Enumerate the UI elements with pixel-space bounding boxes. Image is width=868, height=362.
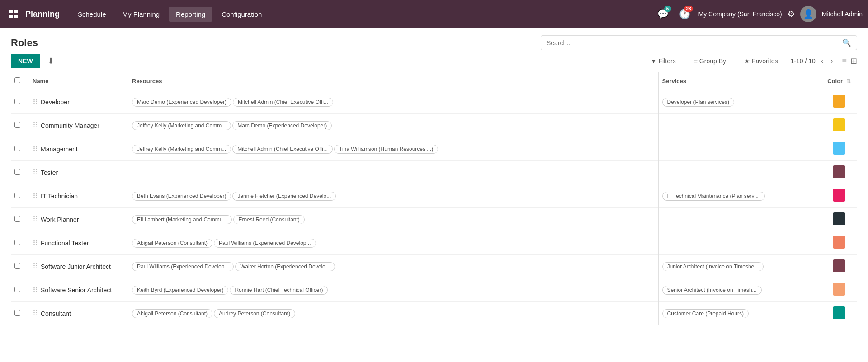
- row-checkbox[interactable]: [14, 240, 20, 245]
- col-header-resources[interactable]: Resources: [128, 72, 658, 90]
- drag-handle[interactable]: ⠿: [33, 263, 38, 270]
- menu-reporting[interactable]: Reporting: [169, 7, 212, 22]
- select-all-checkbox[interactable]: [14, 77, 20, 83]
- list-view-icon[interactable]: ≡: [842, 56, 847, 66]
- row-color-cell[interactable]: [821, 161, 857, 184]
- favorites-button[interactable]: ★ Favorites: [739, 55, 783, 67]
- menu-configuration[interactable]: Configuration: [214, 7, 269, 22]
- activity-icon-btn[interactable]: 🕐 28: [677, 6, 693, 22]
- menu-my-planning[interactable]: My Planning: [115, 7, 167, 22]
- resource-tag[interactable]: Audrey Peterson (Consultant): [214, 309, 295, 318]
- search-input[interactable]: [547, 39, 842, 47]
- row-color-cell[interactable]: [821, 255, 857, 278]
- new-button[interactable]: NEW: [11, 54, 40, 68]
- color-swatch[interactable]: [833, 212, 845, 225]
- resource-tag[interactable]: Eli Lambert (Marketing and Commu...: [132, 215, 232, 224]
- resource-tag[interactable]: Beth Evans (Experienced Developer): [132, 192, 231, 201]
- color-swatch[interactable]: [833, 165, 845, 178]
- col-header-name[interactable]: Name: [29, 72, 128, 90]
- row-checkbox[interactable]: [14, 193, 20, 198]
- row-color-cell[interactable]: [821, 278, 857, 302]
- row-checkbox[interactable]: [14, 310, 20, 316]
- star-icon: ★: [744, 57, 750, 65]
- row-color-cell[interactable]: [821, 208, 857, 231]
- favorites-label: Favorites: [752, 57, 778, 65]
- filters-button[interactable]: ▼ Filters: [645, 55, 681, 67]
- row-checkbox[interactable]: [14, 287, 20, 292]
- color-swatch[interactable]: [833, 283, 845, 296]
- company-name[interactable]: My Company (San Francisco): [698, 10, 782, 18]
- resource-tag[interactable]: Jeffrey Kelly (Marketing and Comm...: [132, 121, 231, 130]
- service-tag[interactable]: IT Technical Maintenance (Plan servi...: [662, 192, 765, 201]
- resource-tag[interactable]: Paul Williams (Experienced Develop...: [132, 262, 234, 271]
- resource-tag[interactable]: Marc Demo (Experienced Developer): [232, 121, 332, 130]
- row-checkbox[interactable]: [14, 169, 20, 175]
- kanban-view-icon[interactable]: ⊞: [850, 56, 857, 66]
- settings-icon[interactable]: ⚙: [788, 9, 795, 19]
- resource-tag[interactable]: Jennie Fletcher (Experienced Develo...: [232, 192, 336, 201]
- import-button[interactable]: ⬇: [44, 54, 58, 68]
- resource-tag[interactable]: Ernest Reed (Consultant): [233, 215, 304, 224]
- row-checkbox-cell: [11, 114, 29, 137]
- row-color-cell[interactable]: [821, 137, 857, 161]
- row-checkbox[interactable]: [14, 146, 20, 151]
- row-color-cell[interactable]: [821, 184, 857, 208]
- row-checkbox[interactable]: [14, 263, 20, 269]
- role-name: Work Planner: [41, 216, 79, 223]
- resource-tag[interactable]: Walter Horton (Experienced Develo...: [235, 262, 335, 271]
- resource-tag[interactable]: Abigail Peterson (Consultant): [132, 309, 212, 318]
- menu-schedule[interactable]: Schedule: [71, 7, 113, 22]
- drag-handle[interactable]: ⠿: [33, 239, 38, 247]
- row-checkbox[interactable]: [14, 122, 20, 128]
- next-page-button[interactable]: ›: [829, 56, 835, 66]
- role-name: Software Senior Architect: [41, 287, 112, 294]
- row-color-cell[interactable]: [821, 302, 857, 325]
- user-name[interactable]: Mitchell Admin: [822, 10, 863, 18]
- resource-tag[interactable]: Keith Byrd (Experienced Developer): [132, 286, 228, 295]
- resource-tag[interactable]: Ronnie Hart (Chief Technical Officer): [230, 286, 328, 295]
- color-swatch[interactable]: [833, 118, 845, 131]
- drag-handle[interactable]: ⠿: [33, 310, 38, 317]
- service-tag[interactable]: Junior Architect (Invoice on Timeshe...: [662, 262, 764, 271]
- drag-handle[interactable]: ⠿: [33, 192, 38, 200]
- discuss-icon-btn[interactable]: 💬 5: [655, 6, 671, 22]
- search-icon[interactable]: 🔍: [842, 38, 851, 47]
- drag-handle[interactable]: ⠿: [33, 98, 38, 106]
- drag-handle[interactable]: ⠿: [33, 286, 38, 294]
- color-swatch[interactable]: [833, 259, 845, 272]
- row-color-cell[interactable]: [821, 114, 857, 137]
- grid-menu-icon[interactable]: [5, 6, 22, 22]
- drag-handle[interactable]: ⠿: [33, 122, 38, 129]
- resource-tag[interactable]: Abigail Peterson (Consultant): [132, 239, 212, 248]
- resource-tag[interactable]: Mitchell Admin (Chief Executive Offi...: [233, 98, 333, 107]
- service-tag[interactable]: Developer (Plan services): [662, 98, 734, 107]
- row-name-cell: ⠿Work Planner: [29, 208, 128, 231]
- groupby-button[interactable]: ≡ Group By: [689, 55, 731, 67]
- user-avatar[interactable]: 👤: [800, 6, 816, 22]
- resource-tag[interactable]: Tina Williamson (Human Resources ...): [334, 145, 438, 154]
- service-tag[interactable]: Customer Care (Prepaid Hours): [662, 309, 749, 318]
- select-all-header[interactable]: [11, 72, 29, 90]
- color-swatch[interactable]: [833, 306, 845, 319]
- resource-tag[interactable]: Jeffrey Kelly (Marketing and Comm...: [132, 145, 231, 154]
- prev-page-button[interactable]: ‹: [819, 56, 825, 66]
- row-checkbox[interactable]: [14, 99, 20, 104]
- row-color-cell[interactable]: [821, 90, 857, 114]
- service-tag[interactable]: Senior Architect (Invoice on Timesh...: [662, 286, 762, 295]
- row-name-cell: ⠿IT Technician: [29, 184, 128, 208]
- resource-tag[interactable]: Mitchell Admin (Chief Executive Offi...: [232, 145, 333, 154]
- color-swatch[interactable]: [833, 142, 845, 155]
- drag-handle[interactable]: ⠿: [33, 216, 38, 223]
- table-row: ⠿ManagementJeffrey Kelly (Marketing and …: [11, 137, 857, 161]
- color-swatch[interactable]: [833, 236, 845, 249]
- row-checkbox[interactable]: [14, 216, 20, 222]
- resource-tag[interactable]: Paul Williams (Experienced Develop...: [214, 239, 316, 248]
- col-header-services[interactable]: Services: [658, 72, 821, 90]
- drag-handle[interactable]: ⠿: [33, 145, 38, 153]
- drag-handle[interactable]: ⠿: [33, 169, 38, 176]
- row-color-cell[interactable]: [821, 231, 857, 255]
- resource-tag[interactable]: Marc Demo (Experienced Developer): [132, 98, 231, 107]
- color-swatch[interactable]: [833, 189, 845, 202]
- color-swatch[interactable]: [833, 95, 845, 108]
- col-header-color[interactable]: Color ⇅: [821, 72, 857, 90]
